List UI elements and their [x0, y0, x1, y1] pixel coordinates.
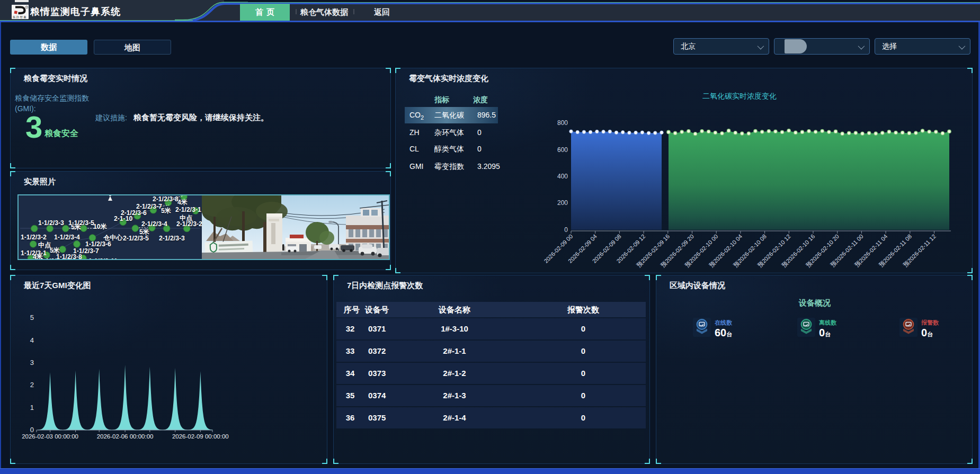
svg-text:1-1/2/3-11: 1-1/2/3-11 — [88, 257, 118, 259]
svg-text:2: 2 — [30, 381, 34, 389]
svg-text:0: 0 — [30, 426, 34, 434]
svg-text:10米: 10米 — [93, 223, 108, 230]
svg-text:5米: 5米 — [71, 223, 82, 231]
svg-text:600: 600 — [557, 146, 568, 154]
svg-text:2-1/2/3-2: 2-1/2/3-2 — [176, 220, 202, 228]
svg-text:1: 1 — [30, 404, 34, 412]
svg-text:2-1-10: 2-1-10 — [114, 215, 132, 222]
svg-text:800: 800 — [557, 119, 568, 127]
svg-text:3: 3 — [30, 359, 34, 366]
svg-text:0: 0 — [564, 226, 568, 234]
svg-text:拓扑智鑫: 拓扑智鑫 — [13, 15, 27, 19]
svg-text:5米: 5米 — [161, 207, 172, 214]
svg-text:200: 200 — [557, 199, 568, 207]
svg-text:1-1/2/3-2: 1-1/2/3-2 — [21, 234, 47, 241]
svg-text:400: 400 — [557, 173, 568, 180]
svg-text:2-1/2/3-5: 2-1/2/3-5 — [123, 235, 149, 242]
svg-text:2026-02-09 00:00:00: 2026-02-09 00:00:00 — [172, 433, 229, 440]
svg-text:2-1/2/3-3: 2-1/2/3-3 — [159, 235, 185, 242]
svg-text:4米: 4米 — [177, 199, 188, 206]
svg-text:4: 4 — [30, 336, 34, 344]
svg-text:R: R — [26, 6, 28, 8]
svg-text:5: 5 — [30, 314, 34, 321]
svg-text:2-1/2/3-4: 2-1/2/3-4 — [141, 220, 167, 228]
svg-text:1-1/2/3-4: 1-1/2/3-4 — [54, 234, 80, 241]
svg-text:2-1/2/3-1: 2-1/2/3-1 — [175, 206, 201, 213]
svg-text:2-1/2/3-8: 2-1/2/3-8 — [153, 195, 179, 203]
svg-text:1-1/2/3-3: 1-1/2/3-3 — [38, 219, 64, 227]
svg-text:1-1/2/3-9: 1-1/2/3-9 — [40, 257, 66, 259]
svg-text:2026-02-03 00:00:00: 2026-02-03 00:00:00 — [22, 433, 78, 440]
svg-text:2026-02-06 00:00:00: 2026-02-06 00:00:00 — [97, 433, 154, 440]
svg-text:1-1/2/3-6: 1-1/2/3-6 — [85, 240, 111, 248]
